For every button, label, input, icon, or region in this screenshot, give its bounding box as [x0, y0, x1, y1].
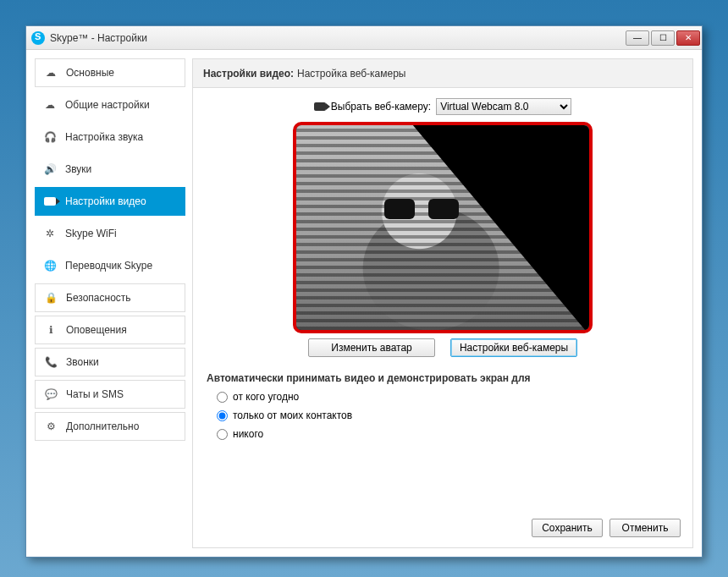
wifi-icon: ✲ [43, 227, 57, 240]
change-avatar-button[interactable]: Изменить аватар [308, 338, 435, 357]
sidebar-item-advanced[interactable]: ⚙ Дополнительно [35, 412, 185, 441]
radio-nobody-input[interactable] [217, 429, 228, 440]
radio-nobody[interactable]: никого [217, 428, 681, 440]
sidebar-item-sounds[interactable]: 🔊 Звуки [35, 155, 185, 184]
sidebar-item-label: Настройки видео [65, 195, 146, 207]
cancel-button[interactable]: Отменить [609, 519, 681, 537]
header-subtitle: Настройка веб-камеры [297, 68, 405, 80]
info-icon: ℹ [44, 323, 58, 337]
maximize-button[interactable]: ☐ [651, 30, 675, 46]
content-body: Выбрать веб-камеру: Virtual Webcam 8.0 И… [193, 88, 692, 547]
window-title: Skype™ - Настройки [50, 32, 626, 44]
sidebar-item-general[interactable]: ☁ Основные [35, 58, 185, 87]
sidebar-item-video[interactable]: Настройки видео [35, 187, 185, 216]
sidebar-item-calls[interactable]: 📞 Звонки [35, 348, 185, 376]
client-area: ☁ Основные ☁ Общие настройки 🎧 Настройка… [26, 50, 702, 557]
header-title: Настройки видео: [203, 68, 294, 80]
sidebar-item-general-settings[interactable]: ☁ Общие настройки [35, 91, 185, 119]
phone-icon: 📞 [44, 355, 58, 369]
webcam-settings-button[interactable]: Настройки веб-камеры [450, 338, 577, 357]
titlebar[interactable]: Skype™ - Настройки — ☐ ✕ [26, 26, 702, 50]
webcam-select-label: Выбрать веб-камеру: [331, 101, 431, 113]
minimize-button[interactable]: — [626, 30, 649, 46]
sidebar-item-label: Основные [66, 67, 114, 79]
globe-icon: 🌐 [43, 259, 57, 272]
sidebar-item-label: Дополнительно [66, 420, 139, 432]
sidebar-item-label: Звуки [65, 163, 91, 175]
window-buttons: — ☐ ✕ [626, 30, 700, 46]
close-button[interactable]: ✕ [676, 30, 700, 46]
radio-contacts[interactable]: только от моих контактов [217, 409, 681, 421]
auto-accept-label: Автоматически принимать видео и демонстр… [207, 372, 681, 384]
sidebar-item-label: Безопасность [66, 292, 131, 304]
radio-anyone-label: от кого угодно [233, 391, 299, 403]
camera-icon [43, 195, 57, 208]
headset-icon: 🎧 [43, 130, 57, 144]
speaker-icon: 🔊 [43, 162, 57, 176]
sidebar-item-label: Настройка звука [65, 131, 143, 143]
sidebar-item-label: Звонки [66, 356, 99, 368]
sidebar-item-chats[interactable]: 💬 Чаты и SMS [35, 380, 185, 409]
auto-accept-radios: от кого угодно только от моих контактов … [217, 391, 681, 440]
skype-icon [31, 31, 45, 45]
sidebar-item-label: Оповещения [66, 324, 127, 336]
sidebar-item-audio[interactable]: 🎧 Настройка звука [35, 123, 185, 151]
preview-container: Изменить аватар Настройки веб-камеры [293, 122, 593, 357]
sidebar-item-label: Переводчик Skype [65, 260, 152, 272]
lock-icon: 🔒 [44, 291, 58, 305]
gear-icon: ⚙ [44, 420, 58, 433]
settings-window: Skype™ - Настройки — ☐ ✕ ☁ Основные ☁ Об… [25, 25, 703, 558]
sidebar-item-label: Общие настройки [65, 99, 150, 111]
sidebar-item-translator[interactable]: 🌐 Переводчик Skype [35, 251, 185, 280]
webcam-image-overlay [412, 124, 590, 333]
save-button[interactable]: Сохранить [532, 519, 603, 537]
radio-contacts-label: только от моих контактов [233, 409, 352, 421]
sidebar-item-label: Чаты и SMS [66, 388, 124, 400]
dialog-footer: Сохранить Отменить [532, 519, 681, 537]
radio-contacts-input[interactable] [217, 410, 228, 421]
sidebar-item-security[interactable]: 🔒 Безопасность [35, 283, 185, 312]
camera-icon [314, 102, 326, 111]
radio-anyone[interactable]: от кого угодно [217, 391, 681, 403]
content-panel: Настройки видео: Настройка веб-камеры Вы… [192, 58, 693, 548]
sidebar-item-label: Skype WiFi [65, 228, 117, 239]
sidebar: ☁ Основные ☁ Общие настройки 🎧 Настройка… [35, 58, 185, 548]
preview-buttons: Изменить аватар Настройки веб-камеры [293, 338, 593, 357]
chat-icon: 💬 [44, 387, 58, 401]
webcam-select[interactable]: Virtual Webcam 8.0 [436, 98, 571, 115]
sidebar-item-wifi[interactable]: ✲ Skype WiFi [35, 219, 185, 248]
skype-outline-icon: ☁ [44, 66, 58, 80]
webcam-preview [293, 122, 593, 333]
radio-anyone-input[interactable] [217, 392, 228, 403]
webcam-select-row: Выбрать веб-камеру: Virtual Webcam 8.0 [205, 98, 681, 115]
skype-outline-icon: ☁ [43, 98, 57, 112]
sidebar-item-notifications[interactable]: ℹ Оповещения [35, 316, 185, 344]
radio-nobody-label: никого [233, 428, 263, 440]
content-header: Настройки видео: Настройка веб-камеры [193, 59, 692, 88]
